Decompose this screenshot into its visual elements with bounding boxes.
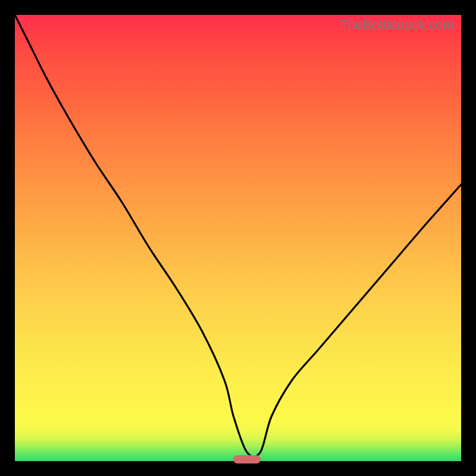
chart-frame: TheBottleneck.com [0,0,476,476]
bottleneck-curve [15,15,461,461]
curve-path [15,15,461,457]
min-marker [233,455,261,464]
plot-area: TheBottleneck.com [15,15,461,461]
